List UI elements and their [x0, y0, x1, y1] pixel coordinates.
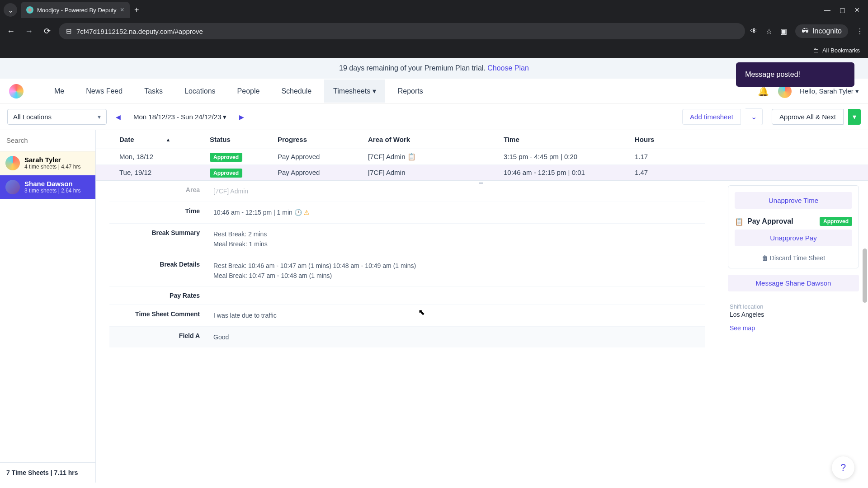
nav-tasks[interactable]: Tasks [135, 80, 172, 103]
nav-reports[interactable]: Reports [389, 80, 432, 103]
scrollbar[interactable] [863, 249, 867, 303]
incognito-badge[interactable]: 🕶 Incognito [795, 24, 848, 38]
trash-icon: 🗑 [762, 254, 768, 262]
folder-icon: 🗀 [813, 47, 819, 54]
detail-label: Time Sheet Comment [109, 310, 213, 320]
col-time[interactable]: Time [496, 130, 627, 149]
nav-news-feed[interactable]: News Feed [77, 80, 132, 103]
help-button[interactable]: ? [832, 456, 854, 479]
see-map-link[interactable]: See map [730, 324, 857, 332]
discard-timesheet-button[interactable]: 🗑 Discard Time Sheet [735, 251, 852, 262]
panel-icon[interactable]: ▣ [780, 27, 787, 36]
detail-value: I was late due to traffic [213, 310, 705, 320]
nav-timesheets[interactable]: Timesheets ▾ [324, 80, 385, 103]
status-badge: Approved [210, 153, 242, 162]
sidebar-person[interactable]: Shane Dawson 3 time sheets | 2.64 hrs [0, 175, 95, 199]
chevron-down-icon: ▼ [97, 114, 102, 120]
avatar [5, 180, 20, 194]
clock-icon: 🕐 [294, 209, 302, 216]
add-timesheet-button[interactable]: Add timesheet [682, 109, 741, 125]
col-progress[interactable]: Progress [270, 130, 361, 149]
col-date[interactable]: Date▲ [112, 130, 203, 149]
prev-week-button[interactable]: ◀ [111, 111, 125, 123]
browser-chrome: ⌄ Moodjoy - Powered By Deputy × + ― ▢ ✕ … [0, 0, 868, 58]
close-window-icon[interactable]: ✕ [854, 6, 860, 14]
detail-value: Good [213, 332, 705, 342]
toast-notification: Message posted! [736, 62, 854, 87]
table-row[interactable]: Mon, 18/12 Approved Pay Approved [7CF] A… [96, 149, 868, 165]
approve-all-dropdown[interactable]: ▾ [848, 109, 861, 125]
status-badge: Approved [820, 217, 852, 226]
kebab-menu-icon[interactable]: ⋮ [856, 27, 863, 36]
url-text: 7cf47d19112152.na.deputy.com/#approve [76, 28, 203, 35]
unapprove-time-button[interactable]: Unapprove Time [735, 192, 852, 209]
choose-plan-link[interactable]: Choose Plan [487, 64, 529, 72]
tab-favicon [26, 6, 33, 14]
address-bar[interactable]: ⊟ 7cf47d19112152.na.deputy.com/#approve [59, 23, 745, 39]
visibility-off-icon[interactable]: 👁 [750, 27, 758, 35]
nav-schedule[interactable]: Schedule [272, 80, 321, 103]
detail-label: Pay Rates [109, 292, 213, 299]
notifications-icon[interactable]: 🔔 [758, 86, 769, 97]
maximize-icon[interactable]: ▢ [840, 6, 845, 14]
tab-list-dropdown[interactable]: ⌄ [4, 3, 17, 17]
person-meta: 4 time sheets | 4.47 hrs [24, 164, 81, 170]
sort-asc-icon: ▲ [166, 137, 171, 142]
site-settings-icon[interactable]: ⊟ [66, 27, 72, 35]
app-logo[interactable] [9, 84, 24, 99]
col-status[interactable]: Status [203, 130, 270, 149]
back-button[interactable]: ← [5, 27, 17, 36]
message-person-button[interactable]: Message Shane Dawson [728, 275, 859, 291]
person-name: Sarah Tyler [24, 156, 81, 164]
sidebar-summary: 7 Time Sheets | 7.11 hrs [0, 462, 95, 483]
status-badge: Approved [210, 169, 242, 178]
sidebar-person[interactable]: Sarah Tyler 4 time sheets | 4.47 hrs [0, 151, 95, 175]
location-select[interactable]: All Locations▼ [7, 109, 107, 125]
pay-approval-label: 📋 Pay Approval [735, 217, 793, 226]
detail-label: Break Details [109, 261, 213, 281]
question-icon: ? [840, 462, 846, 474]
table-header: Date▲ Status Progress Area of Work Time … [96, 130, 868, 149]
col-area[interactable]: Area of Work [361, 130, 496, 149]
add-timesheet-dropdown[interactable]: ⌄ [745, 108, 763, 125]
person-name: Shane Dawson [24, 180, 81, 188]
shift-location-label: Shift location [730, 303, 857, 310]
person-meta: 3 time sheets | 2.64 hrs [24, 188, 81, 194]
nav-me[interactable]: Me [45, 80, 73, 103]
forward-button: → [23, 27, 35, 36]
shift-location-value: Los Angeles [730, 311, 857, 318]
tab-title: Moodjoy - Powered By Deputy [37, 7, 117, 14]
table-row[interactable]: Tue, 19/12 Approved Pay Approved [7CF] A… [96, 165, 868, 180]
date-range-picker[interactable]: Mon 18/12/23 - Sun 24/12/23 ▾ [128, 109, 232, 125]
detail-value: Rest Break: 10:46 am - 10:47 am (1 mins)… [213, 261, 705, 281]
detail-label: Time [109, 207, 213, 217]
search-input[interactable] [6, 136, 89, 144]
warning-icon: ⚠ [304, 209, 310, 216]
clipboard-icon: 📋 [735, 217, 744, 226]
user-greeting[interactable]: Hello, Sarah Tyler ▾ [800, 87, 859, 95]
bookmark-star-icon[interactable]: ☆ [766, 27, 772, 36]
unapprove-pay-button[interactable]: Unapprove Pay [735, 230, 852, 246]
nav-people[interactable]: People [228, 80, 269, 103]
all-bookmarks-link[interactable]: All Bookmarks [822, 47, 860, 54]
next-week-button[interactable]: ▶ [235, 111, 249, 123]
detail-value [213, 292, 705, 299]
reload-button[interactable]: ⟳ [41, 26, 53, 36]
avatar [5, 156, 20, 170]
approve-all-button[interactable]: Approve All & Next [772, 109, 844, 125]
incognito-icon: 🕶 [802, 27, 809, 35]
browser-tab[interactable]: Moodjoy - Powered By Deputy × [21, 2, 130, 18]
chevron-down-icon: ▾ [373, 87, 376, 95]
minimize-icon[interactable]: ― [824, 6, 830, 14]
new-tab-button[interactable]: + [134, 5, 139, 15]
detail-label: Break Summary [109, 229, 213, 249]
col-hours[interactable]: Hours [627, 130, 668, 149]
detail-value: 10:46 am - 12:15 pm | 1 min 🕐 ⚠ [213, 207, 705, 217]
detail-value: Rest Break: 2 mins Meal Break: 1 mins [213, 229, 705, 249]
close-icon[interactable]: × [120, 6, 124, 14]
nav-locations[interactable]: Locations [175, 80, 225, 103]
detail-label: Field A [109, 332, 213, 342]
